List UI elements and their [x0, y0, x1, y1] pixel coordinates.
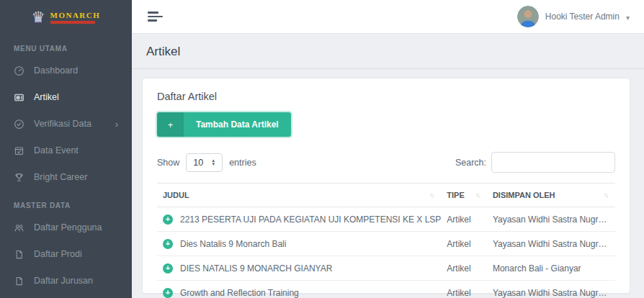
- sidebar-item-artikel[interactable]: Artikel: [0, 84, 132, 111]
- table-body: + 2213 PESERTA UJI PADA KEGIATAN UJI KOM…: [157, 207, 615, 298]
- sidebar-toggle-icon[interactable]: [146, 9, 164, 24]
- table-row: + Dies Natalis 9 Monarch Bali Artikel Ya…: [157, 232, 615, 256]
- sidebar-item-data-event[interactable]: Data Event: [0, 137, 132, 164]
- card-title: Daftar Artikel: [157, 91, 615, 102]
- sort-icon: ↑↓: [475, 191, 481, 199]
- sidebar-item-daftar-prodi[interactable]: Daftar Prodi: [0, 241, 132, 268]
- user-menu[interactable]: Hooki Tester Admin ▾: [517, 6, 630, 27]
- chevron-down-icon: ▾: [626, 14, 630, 22]
- entries-label: entries: [229, 158, 256, 168]
- page-title: Artikel: [146, 45, 630, 59]
- show-label: Show: [157, 158, 179, 168]
- column-label: TIPE: [447, 191, 464, 199]
- brand-tagline: [50, 21, 95, 24]
- calendar-check-icon: [14, 145, 24, 156]
- expand-row-icon[interactable]: +: [163, 263, 173, 274]
- table-row: + DIES NATALIS 9 MONARCH GIANYAR Artikel…: [157, 256, 615, 281]
- avatar: [517, 6, 539, 27]
- table-row: + 2213 PESERTA UJI PADA KEGIATAN UJI KOM…: [157, 207, 615, 232]
- sidebar-item-daftar-pengguna[interactable]: Daftar Pengguna: [0, 215, 132, 241]
- column-label: JUDUL: [163, 191, 189, 199]
- article-type: Artikel: [441, 207, 487, 232]
- article-title: 2213 PESERTA UJI PADA KEGIATAN UJI KOMPE…: [180, 215, 441, 225]
- crown-icon: ♛: [32, 9, 45, 24]
- article-saved-by: Yayasan Widhi Sastra Nugraha: [487, 232, 615, 256]
- expand-row-icon[interactable]: +: [163, 239, 173, 249]
- article-table: JUDUL↑↓TIPE↑↓DISIMPAN OLEH↑↓ + 2213 PESE…: [157, 183, 615, 298]
- table-header-row: JUDUL↑↓TIPE↑↓DISIMPAN OLEH↑↓: [157, 184, 615, 207]
- sidebar-item-dashboard[interactable]: Dashboard: [0, 58, 132, 84]
- updown-arrows-icon: ▲▼: [211, 159, 215, 166]
- gauge-icon: [14, 66, 24, 76]
- column-header-tipe[interactable]: TIPE↑↓: [441, 184, 487, 207]
- main-area: Hooki Tester Admin ▾ Artikel Daftar Arti…: [132, 0, 644, 298]
- expand-row-icon[interactable]: +: [163, 215, 173, 225]
- file-icon: [14, 249, 24, 260]
- article-title: Dies Natalis 9 Monarch Bali: [180, 239, 286, 249]
- article-list-card: Daftar Artikel + Tambah Data Artikel Sho…: [142, 78, 630, 294]
- page-header: Artikel: [132, 34, 644, 69]
- sidebar-section-heading: MENU UTAMA: [0, 34, 132, 58]
- sidebar-nav: MENU UTAMA Dashboard Artikel Verifikasi …: [0, 34, 132, 294]
- table-row: + Growth and Reflection Training Artikel…: [157, 281, 615, 298]
- show-entries: Show 10 ▲▼ entries: [157, 153, 256, 172]
- search-label: Search:: [455, 158, 486, 168]
- newspaper-icon: [14, 92, 24, 103]
- sidebar-item-verifikasi-data[interactable]: Verifikasi Data ›: [0, 111, 132, 137]
- content: Daftar Artikel + Tambah Data Artikel Sho…: [132, 69, 644, 298]
- column-header-judul[interactable]: JUDUL↑↓: [157, 184, 441, 207]
- column-label: DISIMPAN OLEH: [493, 191, 555, 199]
- plus-icon: +: [157, 112, 184, 137]
- article-type: Artikel: [441, 256, 487, 281]
- user-name: Hooki Tester Admin: [545, 12, 620, 22]
- check-circle-icon: [14, 119, 24, 130]
- table-controls: Show 10 ▲▼ entries Search:: [157, 152, 615, 173]
- brand-logo[interactable]: ♛ MONARCH: [0, 0, 132, 34]
- page-size-select[interactable]: 10 ▲▼: [186, 153, 223, 172]
- column-header-disimpan-oleh[interactable]: DISIMPAN OLEH↑↓: [487, 184, 615, 207]
- sidebar-item-daftar-jurusan[interactable]: Daftar Jurusan: [0, 268, 132, 294]
- top-navbar: Hooki Tester Admin ▾: [132, 0, 644, 34]
- sidebar-section-heading: MASTER DATA: [0, 191, 132, 215]
- chevron-right-icon: ›: [115, 119, 118, 129]
- add-article-button[interactable]: + Tambah Data Artikel: [157, 112, 291, 137]
- article-saved-by: Monarch Bali - Gianyar: [487, 256, 615, 281]
- expand-row-icon[interactable]: +: [163, 288, 173, 298]
- file-icon: [14, 276, 24, 286]
- article-saved-by: Yayasan Widhi Sastra Nugraha: [487, 281, 615, 298]
- article-title: Growth and Reflection Training: [180, 288, 299, 298]
- sort-icon: ↑↓: [429, 191, 435, 199]
- article-type: Artikel: [441, 232, 487, 256]
- add-article-button-label: Tambah Data Artikel: [184, 112, 291, 137]
- search-wrap: Search:: [455, 152, 615, 173]
- users-icon: [14, 222, 24, 233]
- page-size-value: 10: [193, 158, 203, 168]
- article-type: Artikel: [441, 281, 487, 298]
- article-saved-by: Yayasan Widhi Sastra Nugraha: [487, 207, 615, 232]
- sort-icon: ↑↓: [604, 191, 609, 199]
- trophy-icon: [14, 172, 24, 183]
- brand-name: MONARCH: [50, 11, 101, 19]
- article-title: DIES NATALIS 9 MONARCH GIANYAR: [180, 263, 332, 274]
- sidebar: ♛ MONARCH MENU UTAMA Dashboard Artikel V…: [0, 0, 132, 298]
- search-input[interactable]: [491, 152, 615, 173]
- sidebar-item-bright-career[interactable]: Bright Career: [0, 164, 132, 191]
